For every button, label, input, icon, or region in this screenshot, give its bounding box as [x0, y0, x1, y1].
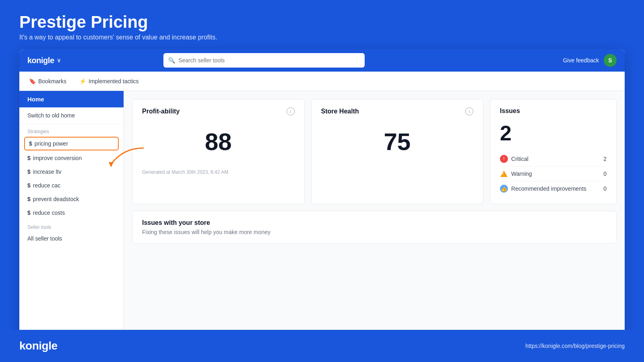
critical-issue-row: ! Critical 2	[500, 152, 607, 167]
warning-issue-row: Warning 0	[500, 167, 607, 181]
dollar-icon: $	[27, 182, 31, 189]
store-issues-subtitle: Fixing these issues will help you make m…	[142, 229, 607, 235]
profit-ability-generated: Generated at March 30th 2023, 8:42 AM	[142, 169, 295, 175]
sidebar-home[interactable]: Home	[19, 91, 124, 107]
all-seller-tools-label: All seller tools	[27, 235, 62, 242]
avatar: S	[604, 54, 617, 67]
implemented-tactics-nav-item[interactable]: ⚡ Implemented tactics	[78, 73, 140, 89]
navbar: konigle ∨ 🔍 Give feedback S	[19, 49, 625, 72]
critical-icon: !	[500, 155, 508, 163]
sidebar: Home Switch to old home Strategies $ pri…	[19, 91, 124, 360]
recommended-issue-left: 👍 Recommended improvements	[500, 185, 586, 193]
page-subtitle: It's a way to appeal to customers' sense…	[19, 34, 625, 41]
page-title: Prestige Pricing	[19, 13, 625, 31]
store-health-value: 75	[321, 122, 474, 166]
dollar-icon: $	[27, 196, 31, 202]
footer-url: https://konigle.com/blog/prestige-pricin…	[525, 343, 625, 349]
warning-label: Warning	[511, 171, 532, 177]
store-issues-section: Issues with your store Fixing these issu…	[132, 211, 617, 244]
main-content: Profit-ability i 88 Generated at March 3…	[124, 91, 625, 360]
page-header: Prestige Pricing It's a way to appeal to…	[0, 0, 644, 49]
warning-issue-left: Warning	[500, 170, 532, 178]
sidebar-item-reduce-cac[interactable]: $ reduce cac	[19, 179, 124, 192]
lightning-icon: ⚡	[79, 78, 86, 84]
dollar-icon: $	[27, 155, 31, 161]
issues-total: 2	[500, 121, 607, 145]
sidebar-item-increase-ltv[interactable]: $ increase ltv	[19, 165, 124, 179]
page-footer: konigle https://konigle.com/blog/prestig…	[0, 330, 644, 362]
dollar-icon: $	[27, 169, 31, 175]
chevron-down-icon[interactable]: ∨	[57, 57, 61, 64]
issues-card: Issues 2 ! Critical 2	[490, 99, 617, 204]
navbar-brand[interactable]: konigle ∨	[27, 56, 60, 65]
recommended-label: Recommended improvements	[511, 185, 586, 192]
sidebar-item-pricing-power[interactable]: $ pricing power	[24, 137, 119, 150]
recommended-icon: 👍	[500, 185, 508, 193]
sidebar-item-improve-conversion[interactable]: $ improve conversion	[19, 151, 124, 165]
recommended-issue-row: 👍 Recommended improvements 0	[500, 181, 607, 196]
store-health-header: Store Health i	[321, 107, 474, 115]
navbar-right: Give feedback S	[563, 54, 617, 67]
secondary-nav: 🔖 Bookmarks ⚡ Implemented tactics	[19, 72, 625, 91]
warning-count: 0	[603, 171, 607, 177]
sidebar-item-label: prevent deadstock	[33, 196, 79, 202]
footer-logo: konigle	[19, 339, 58, 352]
profit-ability-title: Profit-ability	[142, 108, 180, 115]
brand-name: konigle	[27, 56, 54, 65]
critical-count: 2	[603, 156, 607, 162]
store-health-title: Store Health	[321, 108, 359, 115]
sidebar-item-prevent-deadstock[interactable]: $ prevent deadstock	[19, 192, 124, 206]
critical-issue-left: ! Critical	[500, 155, 528, 163]
seller-tools-label: Seller tools	[19, 220, 124, 232]
warning-icon	[500, 170, 508, 178]
critical-label: Critical	[511, 156, 528, 162]
give-feedback-link[interactable]: Give feedback	[563, 57, 599, 64]
profit-ability-header: Profit-ability i	[142, 107, 295, 115]
profit-ability-value: 88	[142, 122, 295, 166]
app-window: konigle ∨ 🔍 Give feedback S 🔖 Bookmarks …	[19, 49, 625, 360]
sidebar-item-label: pricing power	[35, 140, 68, 147]
content-area: Home Switch to old home Strategies $ pri…	[19, 91, 625, 360]
issues-header: Issues	[500, 107, 607, 115]
implemented-tactics-label: Implemented tactics	[89, 78, 139, 84]
search-icon: 🔍	[168, 57, 175, 64]
sidebar-item-label: increase ltv	[33, 169, 62, 175]
bookmarks-label: Bookmarks	[38, 78, 66, 84]
store-health-info-icon[interactable]: i	[465, 107, 473, 115]
search-input[interactable]	[178, 57, 360, 64]
sidebar-item-label: reduce cac	[33, 182, 60, 189]
sidebar-strategies-label: Strategies	[19, 124, 124, 136]
bookmark-icon: 🔖	[29, 78, 36, 84]
search-wrapper: 🔍	[163, 53, 365, 68]
stats-row: Profit-ability i 88 Generated at March 3…	[132, 99, 617, 204]
search-container: 🔍	[163, 53, 365, 68]
sidebar-item-reduce-costs[interactable]: $ reduce costs	[19, 206, 124, 220]
store-health-card: Store Health i 75	[311, 99, 484, 204]
recommended-count: 0	[603, 185, 607, 192]
sidebar-item-label: reduce costs	[33, 210, 65, 216]
profit-ability-info-icon[interactable]: i	[287, 107, 295, 115]
sidebar-item-all-seller-tools[interactable]: All seller tools	[19, 232, 124, 245]
bookmarks-nav-item[interactable]: 🔖 Bookmarks	[27, 73, 68, 89]
sidebar-switch[interactable]: Switch to old home	[19, 107, 124, 124]
sidebar-item-label: improve conversion	[33, 155, 82, 161]
dollar-icon: $	[29, 140, 32, 147]
issues-title: Issues	[500, 107, 520, 115]
dollar-icon: $	[27, 210, 31, 216]
store-issues-title: Issues with your store	[142, 219, 607, 226]
profit-ability-card: Profit-ability i 88 Generated at March 3…	[132, 99, 305, 204]
